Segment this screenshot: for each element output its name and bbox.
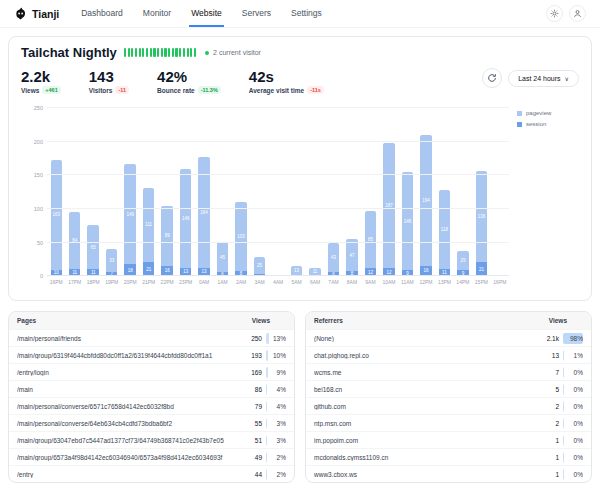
percent-text: 4% (277, 403, 286, 410)
chart-bar[interactable]: 11811 (439, 190, 450, 277)
chart-bar[interactable]: 8411 (69, 212, 80, 276)
row-views: 1 (533, 437, 559, 444)
x-axis-label: 16PM (493, 279, 506, 285)
health-bar-tick (194, 48, 196, 57)
percent-fill-bar (563, 469, 564, 480)
chart-bars: 1631016PM841117PM651118PM33719PM1491820P… (47, 108, 509, 276)
chart-bar[interactable]: 6511 (87, 225, 98, 276)
percent-text: 0% (574, 420, 583, 427)
health-bar-tick (172, 48, 174, 57)
chart-bar[interactable]: 337 (106, 249, 117, 276)
user-menu-button[interactable] (569, 5, 586, 22)
percent-fill-bar (563, 418, 564, 429)
table-row[interactable]: wcms.me70% (306, 363, 591, 380)
health-bar-tick (183, 48, 185, 57)
date-range-select[interactable]: Last 24 hours ∨ (508, 70, 579, 87)
row-percent: 0% (563, 401, 583, 412)
row-label: mcdonalds.cymss1109.cn (314, 454, 533, 461)
table-row[interactable]: /main/personal/friends25013% (9, 329, 294, 346)
legend-item-pageview[interactable]: pageview (517, 110, 579, 116)
stat-label: Visitors (89, 87, 113, 94)
chart-slot-15PM: 1362115PM (472, 108, 490, 276)
percent-fill-bar (266, 401, 267, 412)
nav-item-website[interactable]: Website (189, 0, 224, 27)
chart-slot-8AM: 4788AM (343, 108, 361, 276)
chart-bar[interactable]: 25 (254, 257, 265, 276)
row-label: /main/personal/converse/64eb634cb4cdfd73… (17, 420, 236, 427)
chart-bar[interactable]: 478 (346, 239, 357, 276)
percent-text: 4% (277, 386, 286, 393)
table-row[interactable]: mcdonalds.cymss1109.cn10% (306, 448, 591, 465)
main-nav: DashboardMonitorWebsiteServersSettings (79, 0, 324, 27)
table-row[interactable]: (None)2.1k98% (306, 329, 591, 346)
y-axis-tick: 50 (21, 240, 43, 246)
referrers-table-header: ReferrersViews (306, 312, 591, 329)
x-axis-label: 7AM (328, 279, 338, 285)
site-title-row: Tailchat Nightly 2 current visitor (21, 45, 579, 60)
table-row[interactable]: /main/personal/converse/6571c7658d4142ec… (9, 397, 294, 414)
table-row[interactable]: ntp.msn.com20% (306, 414, 591, 431)
chart-bar[interactable]: 19416 (420, 135, 431, 276)
table-row[interactable]: chat.pighog.repl.co131% (306, 346, 591, 363)
theme-toggle-button[interactable] (546, 5, 563, 22)
x-axis-label: 11AM (401, 279, 414, 285)
percent-text: 3% (277, 420, 286, 427)
table-row[interactable]: /main/group/63047ebd7c5447ad1377cf73/647… (9, 431, 294, 448)
nav-item-monitor[interactable]: Monitor (141, 0, 173, 27)
table-row[interactable]: /main864% (9, 380, 294, 397)
x-axis-label: 0AM (199, 279, 209, 285)
table-row[interactable]: github.com20% (306, 397, 591, 414)
app-header: Tianji DashboardMonitorWebsiteServersSet… (0, 0, 600, 28)
legend-item-session[interactable]: session (517, 121, 579, 127)
chart-bar[interactable]: 18712 (383, 143, 394, 277)
table-row[interactable]: /entry/login1699% (9, 363, 294, 380)
stat-meta: Visitors-11 (89, 86, 129, 94)
chart-bar[interactable]: 11121 (143, 188, 154, 277)
row-percent: 4% (266, 401, 286, 412)
current-visitors-label: 2 current visitor (213, 49, 261, 56)
percent-fill-bar (266, 418, 267, 429)
refresh-button[interactable] (482, 68, 502, 88)
nav-item-servers[interactable]: Servers (240, 0, 273, 27)
chart-bar[interactable]: 14613 (180, 169, 191, 276)
chart-bar[interactable]: 8512 (365, 211, 376, 276)
table-row[interactable]: /main/group/6573a4f98d4142ec60346940/657… (9, 448, 294, 465)
chart-bar[interactable]: 456 (217, 242, 228, 276)
row-views: 49 (236, 454, 262, 461)
gridline-250 (47, 107, 509, 108)
nav-item-settings[interactable]: Settings (289, 0, 324, 27)
session-swatch-icon (517, 122, 522, 127)
row-views: 44 (236, 471, 262, 478)
row-percent: 1% (563, 350, 583, 361)
percent-text: 0% (574, 437, 583, 444)
pageview-segment: 25 (254, 257, 265, 274)
pageview-segment: 13 (291, 266, 302, 275)
table-row[interactable]: /entry442% (9, 465, 294, 482)
column-header-views: Views (533, 317, 583, 324)
table-row[interactable]: /main/personal/converse/64eb634cb4cdfd73… (9, 414, 294, 431)
gridline-0 (47, 275, 509, 276)
pageview-segment: 89 (161, 206, 172, 266)
brand[interactable]: Tianji (14, 7, 59, 20)
stat-bounce-rate: 42%Bounce rate-11.3% (157, 68, 221, 94)
pageview-segment: 149 (124, 164, 135, 264)
chart-bar[interactable]: 16310 (51, 160, 62, 276)
table-row[interactable]: /main/group/6319f4644cbfdd80dc0ff1a2/631… (9, 346, 294, 363)
chart-bar[interactable]: 299 (457, 251, 468, 277)
nav-item-dashboard[interactable]: Dashboard (79, 0, 125, 27)
row-percent: 0% (563, 418, 583, 429)
pageview-value: 33 (109, 258, 114, 263)
chart-slot-21PM: 1112121PM (139, 108, 157, 276)
table-row[interactable]: im.popoim.com10% (306, 431, 591, 448)
chart-bar[interactable]: 1038 (235, 202, 246, 277)
pageview-segment: 11 (309, 268, 320, 275)
chart-bar[interactable]: 14918 (124, 164, 135, 276)
pageview-segment: 118 (439, 190, 450, 269)
chart-bar[interactable]: 13621 (476, 171, 487, 277)
chart-bar[interactable]: 1469 (402, 172, 413, 276)
table-row[interactable]: bei168.cn50% (306, 380, 591, 397)
pageview-value: 149 (126, 212, 134, 217)
row-percent: 4% (266, 384, 286, 395)
chart-bar[interactable]: 436 (328, 243, 339, 276)
table-row[interactable]: www3.cbox.ws10% (306, 465, 591, 482)
